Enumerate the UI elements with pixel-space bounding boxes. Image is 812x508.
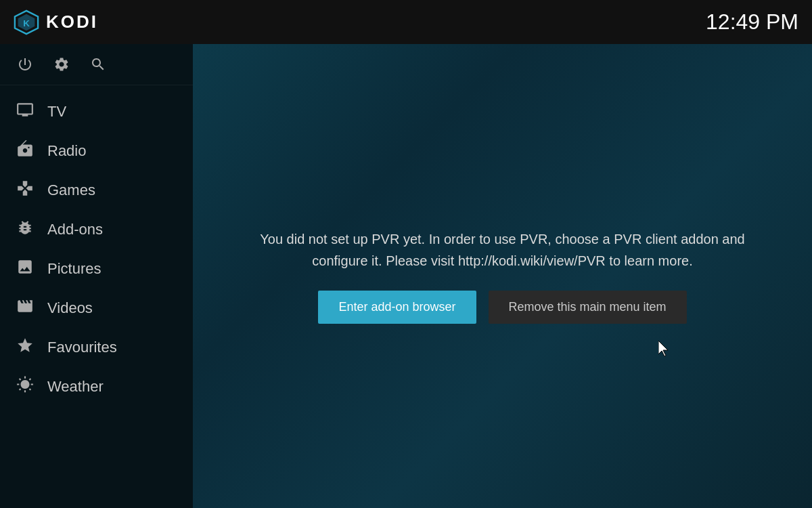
sidebar-item-pictures[interactable]: Pictures — [0, 249, 193, 289]
sidebar-item-addons[interactable]: Add-ons — [0, 210, 193, 249]
settings-button[interactable] — [53, 56, 70, 72]
pictures-icon — [15, 258, 35, 280]
sidebar-controls — [0, 44, 193, 85]
sidebar-item-videos-label: Videos — [47, 299, 93, 317]
games-icon — [15, 179, 35, 201]
search-icon — [90, 56, 106, 72]
header-logo-area: K KODI — [14, 9, 98, 35]
sidebar-item-games-label: Games — [47, 182, 95, 199]
sidebar-item-tv-label: TV — [47, 103, 66, 121]
favourites-icon — [15, 337, 35, 358]
enter-addon-browser-button[interactable]: Enter add-on browser — [318, 291, 476, 324]
kodi-logo-icon: K — [14, 9, 39, 35]
sidebar-item-radio[interactable]: Radio — [0, 131, 193, 171]
search-button[interactable] — [90, 56, 106, 72]
main-layout: TV Radio Games Add-ons — [0, 44, 812, 508]
sidebar-item-weather[interactable]: Weather — [0, 367, 193, 406]
radio-icon — [15, 140, 35, 162]
power-icon — [17, 56, 33, 72]
sidebar-item-weather-label: Weather — [47, 378, 104, 396]
settings-icon — [53, 56, 70, 72]
header: K KODI 12:49 PM — [0, 0, 812, 44]
pvr-message: You did not set up PVR yet. In order to … — [239, 228, 767, 272]
pvr-buttons: Enter add-on browser Remove this main me… — [318, 291, 686, 324]
svg-text:K: K — [23, 18, 30, 28]
sidebar-item-videos[interactable]: Videos — [0, 289, 193, 328]
power-button[interactable] — [17, 56, 33, 72]
sidebar-item-radio-label: Radio — [47, 142, 86, 160]
sidebar-nav: TV Radio Games Add-ons — [0, 85, 193, 508]
clock-display: 12:49 PM — [706, 9, 798, 35]
sidebar-item-tv[interactable]: TV — [0, 92, 193, 131]
remove-menu-item-button[interactable]: Remove this main menu item — [489, 291, 687, 324]
tv-icon — [15, 101, 35, 123]
sidebar: TV Radio Games Add-ons — [0, 44, 193, 508]
cursor-icon — [658, 341, 672, 357]
sidebar-item-games[interactable]: Games — [0, 171, 193, 210]
svg-marker-3 — [658, 341, 668, 356]
app-title: KODI — [46, 12, 98, 33]
sidebar-item-pictures-label: Pictures — [47, 260, 101, 278]
sidebar-item-addons-label: Add-ons — [47, 221, 103, 238]
sidebar-item-favourites-label: Favourites — [47, 339, 117, 356]
content-area: You did not set up PVR yet. In order to … — [193, 44, 812, 508]
sidebar-item-favourites[interactable]: Favourites — [0, 328, 193, 367]
videos-icon — [15, 297, 35, 319]
addons-icon — [15, 219, 35, 240]
pvr-dialog: You did not set up PVR yet. In order to … — [239, 228, 767, 324]
weather-icon — [15, 376, 35, 398]
